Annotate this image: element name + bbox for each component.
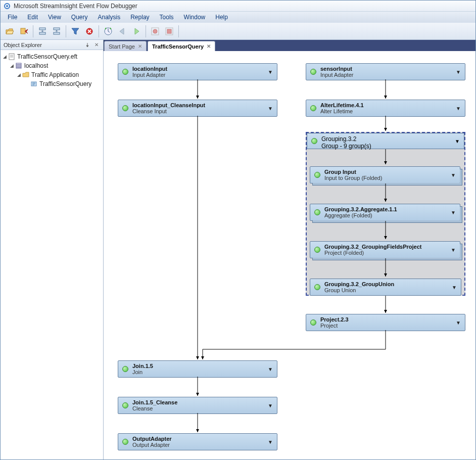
status-dot-icon — [122, 402, 128, 408]
node-project[interactable]: Project.2.3 Project ▼ — [306, 314, 465, 331]
chevron-down-icon[interactable]: ▼ — [456, 106, 461, 111]
collapse-up-icon[interactable] — [50, 25, 63, 38]
tree-app[interactable]: ◢ Traffic Application — [2, 70, 102, 79]
node-join-cleanse[interactable]: Join.1.5_Cleanse Cleanse ▼ — [118, 397, 277, 414]
tree-host[interactable]: ◢ localhost — [2, 61, 102, 70]
tree-host-label: localhost — [24, 62, 48, 69]
step-forward-icon[interactable] — [130, 25, 143, 38]
close-panel-icon[interactable]: ✕ — [93, 41, 100, 49]
menu-view[interactable]: View — [43, 13, 66, 22]
chevron-down-icon[interactable]: ▼ — [452, 285, 457, 290]
svg-rect-5 — [54, 28, 60, 30]
step-back-icon[interactable] — [116, 25, 129, 38]
status-dot-icon — [311, 138, 317, 144]
chevron-down-icon[interactable]: ▼ — [455, 139, 460, 144]
query-icon — [30, 80, 38, 88]
menu-window[interactable]: Window — [179, 13, 211, 22]
status-dot-icon — [122, 105, 128, 111]
node-title: Project.2.3 — [320, 316, 452, 323]
node-grouping[interactable]: Grouping.3.2 Group - 9 group(s) ▼ — [307, 133, 464, 149]
node-location-input[interactable]: locationInput Input Adapter ▼ — [118, 63, 277, 80]
chevron-down-icon[interactable]: ▼ — [456, 320, 461, 326]
menu-file[interactable]: File — [3, 13, 22, 22]
expander-icon[interactable]: ◢ — [9, 63, 15, 68]
node-title: locationInput_CleanseInput — [132, 102, 264, 108]
tree-app-label: Traffic Application — [31, 71, 79, 78]
node-subtitle: Project — [320, 323, 452, 329]
grouping-container[interactable]: Grouping.3.2 Group - 9 group(s) ▼ Group … — [306, 132, 465, 296]
svg-rect-6 — [54, 32, 60, 34]
expander-icon[interactable]: ◢ — [2, 54, 8, 59]
svg-rect-14 — [16, 63, 21, 65]
status-dot-icon — [122, 366, 128, 372]
node-title: AlterLifetime.4.1 — [320, 102, 452, 108]
close-tab-icon[interactable]: ✕ — [138, 43, 142, 49]
status-dot-icon — [314, 247, 320, 253]
svg-rect-4 — [39, 32, 45, 34]
toolbar-separator — [66, 25, 66, 37]
title-bar: Microsoft StreamInsight Event Flow Debug… — [1, 1, 475, 12]
chevron-down-icon[interactable]: ▼ — [456, 69, 461, 75]
node-location-cleanse[interactable]: locationInput_CleanseInput Cleanse Input… — [118, 100, 277, 117]
folder-icon — [22, 71, 30, 79]
file-icon — [8, 53, 16, 61]
node-output-adapter[interactable]: OutputAdapter Output Adapter ▼ — [118, 433, 277, 450]
chevron-down-icon[interactable]: ▼ — [451, 210, 456, 215]
filter-icon[interactable] — [69, 25, 82, 38]
chevron-down-icon[interactable]: ▼ — [268, 106, 273, 111]
node-alter-lifetime[interactable]: AlterLifetime.4.1 Alter Lifetime ▼ — [306, 100, 465, 117]
node-group-input[interactable]: Group Input Input to Group (Folded) ▼ — [310, 166, 460, 183]
explorer-title: Object Explorer — [4, 42, 42, 48]
pin-icon[interactable] — [84, 41, 91, 49]
node-fields-project[interactable]: Grouping.3.2_GroupingFieldsProject Proje… — [310, 241, 460, 258]
svg-rect-15 — [16, 65, 21, 67]
svg-point-1 — [6, 5, 8, 7]
tree-query[interactable]: TrafficSensorQuery — [2, 79, 102, 88]
toolbar — [1, 23, 475, 40]
chevron-down-icon[interactable]: ▼ — [268, 439, 273, 445]
expand-down-icon[interactable] — [36, 25, 49, 38]
node-subtitle: Join — [132, 369, 264, 375]
menu-analysis[interactable]: Analysis — [93, 13, 126, 22]
node-subtitle: Group Union — [324, 287, 448, 293]
menu-query[interactable]: Query — [66, 13, 93, 22]
app-title: Microsoft StreamInsight Event Flow Debug… — [14, 3, 137, 10]
clear-filter-icon[interactable] — [83, 25, 96, 38]
tab-traffic-query[interactable]: TrafficSensorQuery ✕ — [148, 41, 215, 51]
stop-icon[interactable] — [163, 25, 176, 38]
menu-tools[interactable]: Tools — [155, 13, 179, 22]
svg-rect-16 — [16, 67, 21, 68]
tab-label: Start Page — [109, 43, 135, 50]
connect-server-icon[interactable] — [17, 25, 30, 38]
flow-canvas[interactable]: locationInput Input Adapter ▼ locationIn… — [104, 51, 475, 459]
menu-bar: File Edit View Query Analysis Replay Too… — [1, 12, 475, 23]
expander-icon[interactable]: ◢ — [16, 72, 22, 77]
explorer-tree: ◢ TrafficSensorQuery.eft ◢ localhost ◢ T… — [1, 50, 103, 90]
chevron-down-icon[interactable]: ▼ — [268, 69, 273, 75]
menu-help[interactable]: Help — [210, 13, 233, 22]
node-aggregate[interactable]: Grouping.3.2.Aggregate.1.1 Aggregate (Fo… — [310, 204, 460, 221]
explorer-header: Object Explorer ✕ — [1, 40, 103, 50]
chevron-down-icon[interactable]: ▼ — [451, 247, 456, 253]
node-subtitle: Cleanse — [132, 405, 264, 411]
node-sensor-input[interactable]: sensorInput Input Adapter ▼ — [306, 63, 465, 80]
toolbar-separator — [178, 25, 179, 37]
node-title: OutputAdapter — [132, 436, 264, 442]
svg-rect-3 — [39, 28, 45, 30]
node-group-union[interactable]: Grouping.3.2_GroupUnion Group Union ▼ — [310, 279, 461, 296]
node-subtitle: Cleanse Input — [132, 108, 264, 114]
tree-root[interactable]: ◢ TrafficSensorQuery.eft — [2, 52, 102, 61]
chevron-down-icon[interactable]: ▼ — [268, 366, 273, 372]
open-file-icon[interactable] — [3, 25, 16, 38]
node-join[interactable]: Join.1.5 Join ▼ — [118, 360, 277, 378]
record-icon[interactable] — [149, 25, 162, 38]
menu-replay[interactable]: Replay — [125, 13, 154, 22]
chevron-down-icon[interactable]: ▼ — [451, 172, 456, 178]
clock-icon[interactable] — [102, 25, 115, 38]
chevron-down-icon[interactable]: ▼ — [268, 403, 273, 408]
close-tab-icon[interactable]: ✕ — [207, 43, 211, 49]
menu-edit[interactable]: Edit — [22, 13, 43, 22]
tab-start-page[interactable]: Start Page ✕ — [104, 41, 147, 51]
status-dot-icon — [310, 105, 316, 111]
node-subtitle: Aggregate (Folded) — [324, 212, 447, 218]
